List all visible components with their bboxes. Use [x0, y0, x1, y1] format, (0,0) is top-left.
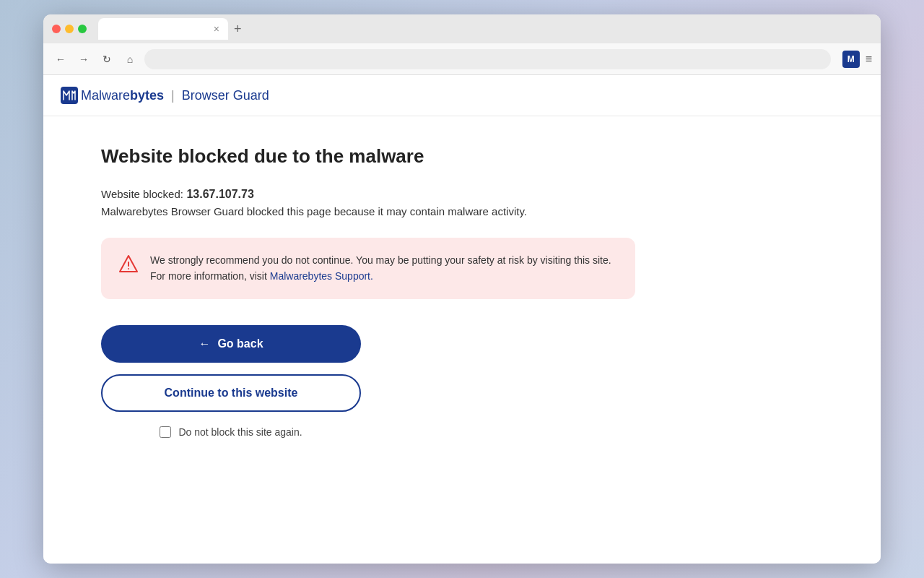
malwarebytes-logo: Malwarebytes — [61, 87, 164, 104]
go-back-button[interactable]: ← Go back — [101, 325, 361, 363]
continue-button[interactable]: Continue to this website — [101, 374, 361, 412]
back-arrow-icon: ← — [56, 53, 66, 65]
forward-button[interactable]: → — [75, 51, 92, 68]
tab-bar: × + — [98, 18, 872, 40]
svg-rect-1 — [128, 262, 129, 267]
warning-text: We strongly recommend you do not continu… — [150, 252, 618, 285]
browser-guard-label: Browser Guard — [182, 88, 269, 103]
continue-label: Continue to this website — [165, 387, 298, 400]
reload-icon: ↻ — [103, 53, 111, 65]
warning-box: We strongly recommend you do not continu… — [101, 238, 635, 299]
active-tab[interactable]: × — [98, 18, 228, 40]
warning-main-text: We strongly recommend you do not continu… — [150, 254, 611, 282]
main-content: Website blocked due to the malware Websi… — [43, 116, 693, 467]
nav-bar: ← → ↻ ⌂ M ≡ — [43, 43, 881, 75]
forward-arrow-icon: → — [79, 53, 89, 65]
svg-rect-2 — [128, 268, 129, 269]
page-header: Malwarebytes | Browser Guard — [43, 75, 881, 116]
go-back-arrow-icon: ← — [199, 337, 210, 350]
minimize-traffic-light[interactable] — [65, 25, 74, 33]
blocked-label: Website blocked: — [101, 188, 183, 200]
blocked-description: Malwarebytes Browser Guard blocked this … — [101, 205, 635, 217]
blocked-ip-value: 13.67.107.73 — [186, 188, 253, 200]
malwarebytes-logo-icon — [61, 87, 78, 104]
traffic-lights — [52, 25, 87, 33]
logo-bytes: bytes — [130, 88, 164, 103]
page-title: Website blocked due to the malware — [101, 145, 635, 168]
back-button[interactable]: ← — [52, 51, 69, 68]
title-bar: × + — [43, 14, 881, 43]
address-bar[interactable] — [144, 49, 831, 69]
do-not-block-checkbox[interactable] — [160, 426, 171, 438]
buttons-area: ← Go back Continue to this website Do no… — [101, 325, 361, 438]
reload-button[interactable]: ↻ — [98, 51, 116, 68]
new-tab-icon[interactable]: + — [234, 22, 242, 35]
warning-triangle-icon — [118, 254, 139, 277]
malwarebytes-support-link[interactable]: Malwarebytes Support. — [270, 270, 373, 282]
go-back-label: Go back — [217, 337, 263, 350]
home-button[interactable]: ⌂ — [121, 51, 139, 68]
logo-text: Malwarebytes — [81, 88, 164, 103]
home-icon: ⌂ — [127, 53, 133, 65]
checkbox-area: Do not block this site again. — [160, 426, 302, 438]
blocked-info: Website blocked: 13.67.107.73 — [101, 188, 635, 201]
mb-icon-label: M — [847, 54, 855, 64]
close-traffic-light[interactable] — [52, 25, 61, 33]
browser-menu-icon[interactable]: ≡ — [866, 53, 872, 66]
malwarebytes-extension-icon[interactable]: M — [842, 51, 860, 68]
close-tab-icon[interactable]: × — [214, 24, 219, 34]
page-content: Malwarebytes | Browser Guard Website blo… — [43, 75, 881, 564]
nav-right-icons: M ≡ — [842, 51, 872, 68]
browser-window: × + ← → ↻ ⌂ M ≡ — [43, 14, 881, 564]
do-not-block-label: Do not block this site again. — [178, 426, 302, 438]
maximize-traffic-light[interactable] — [78, 25, 87, 33]
logo-area: Malwarebytes | Browser Guard — [61, 87, 269, 104]
logo-divider: | — [171, 88, 175, 103]
logo-malware: Malware — [81, 88, 130, 103]
